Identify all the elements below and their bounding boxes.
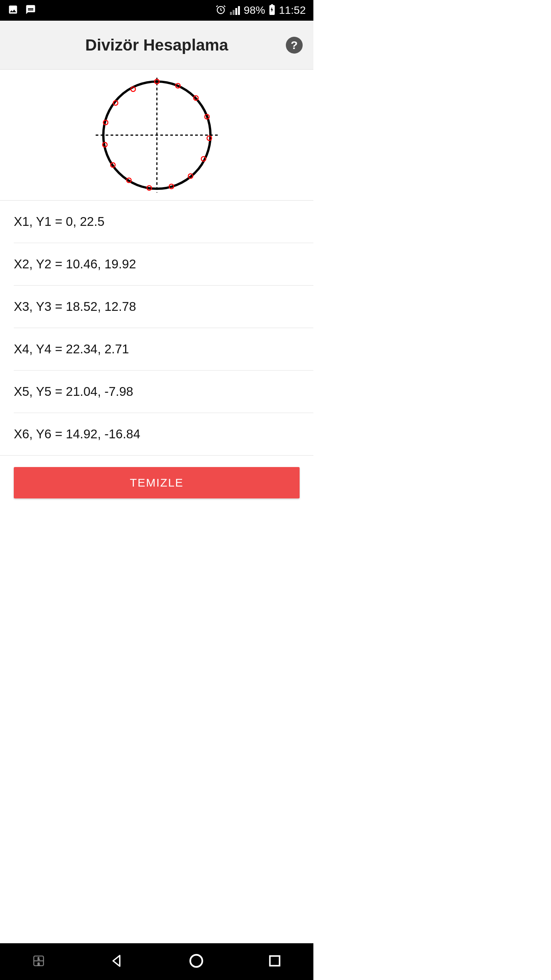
list-item: X2, Y2 = 10.46, 19.92	[0, 243, 313, 285]
list-item: X5, Y5 = 21.04, -7.98	[0, 371, 313, 413]
status-right: 98% 11:52	[215, 4, 306, 16]
message-icon	[25, 4, 36, 16]
status-left	[8, 4, 36, 16]
list-item: X6, Y6 = 14.92, -16.84	[0, 413, 313, 455]
list-item: X1, Y1 = 0, 22.5	[0, 201, 313, 243]
signal-icon	[230, 6, 240, 15]
help-button[interactable]: ?	[286, 37, 303, 54]
app-header: Divizör Hesaplama ?	[0, 21, 313, 70]
clock-time: 11:52	[279, 4, 306, 16]
coordinates-list[interactable]: X1, Y1 = 0, 22.5 X2, Y2 = 10.46, 19.92 X…	[0, 201, 313, 455]
alarm-icon	[215, 4, 226, 16]
status-bar: 98% 11:52	[0, 0, 313, 21]
page-title: Divizör Hesaplama	[85, 36, 228, 54]
divisor-diagram	[0, 70, 313, 201]
battery-icon	[269, 4, 275, 16]
battery-percent: 98%	[244, 4, 265, 16]
list-item: X3, Y3 = 18.52, 12.78	[0, 286, 313, 328]
image-icon	[8, 4, 18, 16]
list-item: X4, Y4 = 22.34, 2.71	[0, 328, 313, 370]
clear-button[interactable]: TEMIZLE	[14, 467, 300, 498]
clear-area: TEMIZLE	[0, 455, 313, 510]
